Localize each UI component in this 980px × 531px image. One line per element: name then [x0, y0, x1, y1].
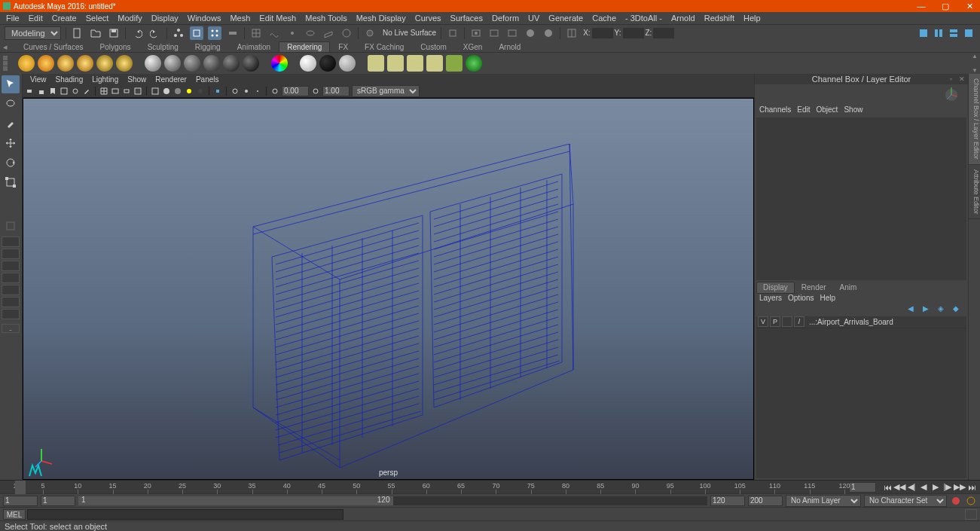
- layer-tab-display[interactable]: Display: [756, 282, 795, 294]
- surface-shader-icon[interactable]: [319, 55, 336, 72]
- xray-icon[interactable]: [230, 87, 240, 96]
- ipr-render-icon[interactable]: [487, 26, 501, 40]
- lasso-tool-icon[interactable]: [2, 95, 20, 113]
- play-back-icon[interactable]: ◀: [918, 482, 929, 493]
- save-scene-icon[interactable]: [107, 26, 121, 40]
- new-layer-assign-icon[interactable]: ◆: [953, 304, 963, 313]
- menu-file[interactable]: File: [2, 14, 24, 23]
- bookmarks-icon[interactable]: [48, 87, 57, 96]
- menu-windows[interactable]: Windows: [183, 14, 226, 23]
- menu-3dtoall[interactable]: - 3DtoAll -: [621, 14, 667, 23]
- viewport[interactable]: persp: [23, 98, 754, 480]
- render-view-shelf-icon[interactable]: [368, 55, 384, 72]
- anim-start-input[interactable]: [3, 496, 38, 506]
- menu-surfaces[interactable]: Surfaces: [446, 14, 487, 23]
- layer-visibility-toggle[interactable]: V: [758, 316, 768, 327]
- batch-render-icon[interactable]: [426, 55, 443, 72]
- layer-tab-anim[interactable]: Anim: [833, 282, 864, 294]
- make-live-icon[interactable]: [363, 26, 377, 40]
- image-plane-icon[interactable]: [60, 87, 69, 96]
- menu-help[interactable]: Help: [739, 14, 765, 23]
- undock-icon[interactable]: ▫: [950, 75, 957, 83]
- exposure-reset-icon[interactable]: [270, 87, 279, 96]
- current-frame-input[interactable]: [849, 482, 876, 493]
- move-layer-up-icon[interactable]: ◀: [908, 304, 918, 313]
- le-menu-help[interactable]: Help: [820, 294, 835, 304]
- menu-curves[interactable]: Curves: [411, 14, 446, 23]
- panel-menu-lighting[interactable]: Lighting: [87, 75, 123, 84]
- assign-ramp-icon[interactable]: [223, 55, 240, 72]
- auto-key-icon[interactable]: [950, 495, 962, 507]
- 2d-pan-icon[interactable]: [71, 87, 80, 96]
- side-tab-attribute-editor[interactable]: Attribute Editor: [969, 165, 980, 220]
- scale-tool-icon[interactable]: [2, 173, 20, 191]
- shelf-tab-rendering[interactable]: Rendering: [279, 41, 330, 52]
- shelf-tab-xgen[interactable]: XGen: [455, 41, 491, 52]
- hypershade-shelf-icon[interactable]: [407, 55, 423, 72]
- render-settings-icon[interactable]: [505, 26, 519, 40]
- shelf-tab-animation[interactable]: Animation: [229, 41, 279, 52]
- hypershade-icon[interactable]: [524, 26, 537, 40]
- menu-redshift[interactable]: Redshift: [700, 14, 739, 23]
- two-pane-stacked-icon[interactable]: [2, 273, 20, 283]
- spot-light-icon[interactable]: [77, 55, 93, 72]
- graph-pane-icon[interactable]: [2, 309, 20, 319]
- panel-menu-shading[interactable]: Shading: [51, 75, 88, 84]
- point-light-icon[interactable]: [57, 55, 74, 72]
- x-input[interactable]: [592, 28, 613, 38]
- undo-icon[interactable]: [130, 26, 144, 40]
- go-to-end-icon[interactable]: ⏭: [966, 482, 977, 493]
- resolution-gate-icon[interactable]: [122, 87, 131, 96]
- anim-end-input[interactable]: [748, 496, 783, 506]
- step-forward-icon[interactable]: |▶: [942, 482, 953, 493]
- open-scene-icon[interactable]: [89, 26, 102, 40]
- close-panel-icon[interactable]: ✕: [959, 75, 966, 83]
- menu-select[interactable]: Select: [81, 14, 114, 23]
- prefs-icon[interactable]: [965, 495, 977, 507]
- assign-blinn-icon[interactable]: [164, 55, 181, 72]
- snap-projected-icon[interactable]: [304, 26, 317, 40]
- shelf-menu-icon[interactable]: ◂: [3, 42, 8, 52]
- character-set-select[interactable]: No Character Set: [864, 495, 947, 507]
- snap-plane-icon[interactable]: [322, 26, 335, 40]
- panel-menu-renderer[interactable]: Renderer: [151, 75, 191, 84]
- layer-playback-toggle[interactable]: P: [770, 316, 780, 327]
- move-tool-icon[interactable]: [2, 134, 20, 152]
- cb-menu-channels[interactable]: Channels: [759, 105, 791, 116]
- step-forward-key-icon[interactable]: ▶▶: [954, 482, 965, 493]
- time-slider[interactable]: 1510152025303540455055606570758085909510…: [0, 480, 980, 493]
- redo-icon[interactable]: [148, 26, 162, 40]
- le-menu-layers[interactable]: Layers: [759, 294, 782, 304]
- menu-mesh[interactable]: Mesh: [225, 14, 255, 23]
- menu-deform[interactable]: Deform: [487, 14, 524, 23]
- use-bg-icon[interactable]: [339, 55, 356, 72]
- snap-point-icon[interactable]: [285, 26, 299, 40]
- script-editor-icon[interactable]: [965, 509, 977, 520]
- shelf-tab-rigging[interactable]: Rigging: [187, 41, 229, 52]
- menu-mesh-display[interactable]: Mesh Display: [352, 14, 411, 23]
- render-settings-shelf-icon[interactable]: [387, 55, 404, 72]
- smooth-shade-icon[interactable]: [162, 87, 171, 96]
- maximize-button[interactable]: ▢: [938, 2, 953, 11]
- select-mask-icon[interactable]: [226, 26, 240, 40]
- layered-shader-icon[interactable]: [271, 55, 288, 72]
- shelf-tab-custom[interactable]: Custom: [412, 41, 454, 52]
- toggle-modeling-toolkit-icon[interactable]: [962, 26, 975, 40]
- menu-edit[interactable]: Edit: [24, 14, 47, 23]
- view-compass[interactable]: [755, 84, 968, 105]
- shelf-options-icon[interactable]: [3, 56, 15, 71]
- shelf-tab-fx-caching[interactable]: FX Caching: [356, 41, 412, 52]
- close-button[interactable]: ✕: [962, 2, 977, 11]
- lock-camera-icon[interactable]: [37, 87, 46, 96]
- command-input[interactable]: [27, 509, 343, 520]
- z-input[interactable]: [653, 28, 674, 38]
- single-pane-icon[interactable]: [2, 237, 20, 247]
- step-back-key-icon[interactable]: ◀◀: [894, 482, 905, 493]
- shelf-tab-arnold[interactable]: Arnold: [490, 41, 529, 52]
- assign-phong-e-icon[interactable]: [203, 55, 220, 72]
- assign-lambert-icon[interactable]: [145, 55, 161, 72]
- new-scene-icon[interactable]: [71, 26, 84, 40]
- paint-select-tool-icon[interactable]: [2, 114, 20, 133]
- menu-modify[interactable]: Modify: [113, 14, 146, 23]
- displacement-icon[interactable]: [300, 55, 316, 72]
